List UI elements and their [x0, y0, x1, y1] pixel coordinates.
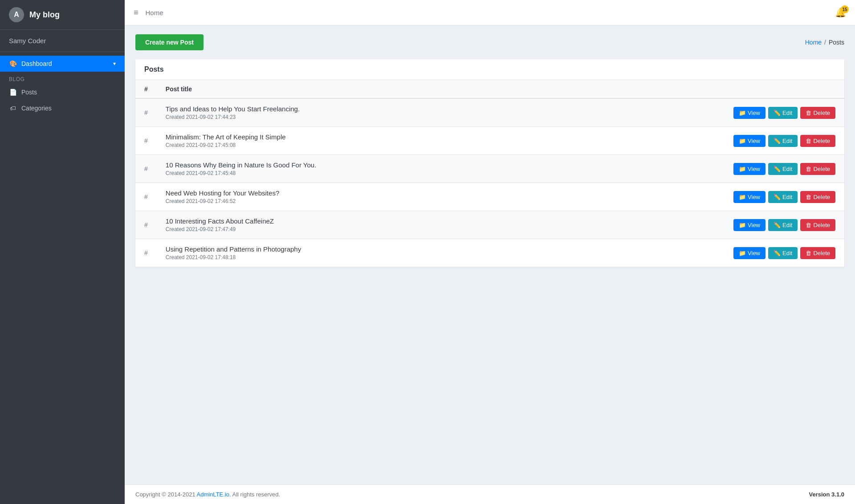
notification-badge: 15: [841, 5, 849, 13]
col-title: Post title: [157, 80, 559, 98]
nav-section-blog: Blog: [0, 72, 125, 84]
delete-label: Delete: [813, 110, 830, 116]
view-button[interactable]: 📁 View: [733, 247, 765, 259]
delete-label: Delete: [813, 194, 830, 200]
sidebar-item-categories[interactable]: 🏷 Categories: [0, 100, 125, 116]
post-date: Created 2021-09-02 17:45:48: [166, 170, 550, 176]
post-date: Created 2021-09-02 17:47:49: [166, 226, 550, 232]
edit-label: Edit: [782, 166, 792, 172]
edit-label: Edit: [782, 110, 792, 116]
posts-table: # Post title # Tips and Ideas to Help Yo…: [135, 80, 844, 267]
footer: Copyright © 2014-2021 AdminLTE.io. All r…: [125, 484, 855, 504]
create-post-button[interactable]: Create new Post: [135, 34, 204, 50]
pencil-icon: ✏️: [774, 222, 781, 228]
trash-icon: 🗑: [806, 138, 811, 144]
folder-icon: 📁: [739, 250, 746, 256]
footer-version: Version 3.1.0: [809, 491, 845, 498]
view-button[interactable]: 📁 View: [733, 107, 765, 119]
post-actions-cell: 📁 View ✏️ Edit 🗑 Delete: [559, 127, 844, 155]
delete-button[interactable]: 🗑 Delete: [800, 107, 835, 119]
brand-title: My blog: [29, 10, 60, 20]
navbar-right: 🔔 15: [835, 7, 846, 18]
post-actions-cell: 📁 View ✏️ Edit 🗑 Delete: [559, 211, 844, 239]
breadcrumb-current: Posts: [829, 39, 844, 46]
trash-icon: 🗑: [806, 194, 811, 200]
edit-button[interactable]: ✏️ Edit: [768, 219, 798, 231]
post-actions-cell: 📁 View ✏️ Edit 🗑 Delete: [559, 183, 844, 211]
col-number: #: [135, 80, 157, 98]
delete-label: Delete: [813, 222, 830, 228]
posts-card: Posts # Post title # Tips and Ideas to H…: [135, 59, 844, 267]
delete-button[interactable]: 🗑 Delete: [800, 163, 835, 175]
sidebar-item-posts[interactable]: 📄 Posts: [0, 84, 125, 100]
pencil-icon: ✏️: [774, 250, 781, 256]
post-info: Need Web Hosting for Your Websites? Crea…: [157, 183, 559, 211]
pencil-icon: ✏️: [774, 138, 781, 144]
table-row: # 10 Interesting Facts About CaffeineZ C…: [135, 211, 844, 239]
post-number: #: [135, 239, 157, 267]
delete-button[interactable]: 🗑 Delete: [800, 191, 835, 203]
folder-icon: 📁: [739, 222, 746, 228]
delete-button[interactable]: 🗑 Delete: [800, 135, 835, 147]
folder-icon: 📁: [739, 138, 746, 144]
chevron-down-icon: ▾: [113, 61, 116, 67]
hamburger-icon[interactable]: ≡: [134, 8, 138, 17]
view-button[interactable]: 📁 View: [733, 163, 765, 175]
edit-button[interactable]: ✏️ Edit: [768, 191, 798, 203]
post-date: Created 2021-09-02 17:48:18: [166, 254, 550, 260]
edit-button[interactable]: ✏️ Edit: [768, 163, 798, 175]
folder-icon: 📁: [739, 166, 746, 172]
card-header: Posts: [135, 59, 844, 80]
footer-link[interactable]: AdminLTE.io.: [197, 491, 231, 498]
brand-logo: A: [9, 7, 24, 22]
breadcrumb: Home / Posts: [805, 39, 844, 46]
main-wrapper: ≡ Home 🔔 15 Create new Post Home /: [125, 0, 855, 504]
post-title: Need Web Hosting for Your Websites?: [166, 189, 550, 197]
notification-button[interactable]: 🔔 15: [835, 7, 846, 18]
view-label: View: [748, 250, 760, 256]
edit-label: Edit: [782, 222, 792, 228]
view-button[interactable]: 📁 View: [733, 191, 765, 203]
table-row: # Using Repetition and Patterns in Photo…: [135, 239, 844, 267]
edit-label: Edit: [782, 194, 792, 200]
delete-button[interactable]: 🗑 Delete: [800, 247, 835, 259]
post-date: Created 2021-09-02 17:44:23: [166, 114, 550, 120]
delete-label: Delete: [813, 138, 830, 144]
edit-label: Edit: [782, 250, 792, 256]
view-label: View: [748, 194, 760, 200]
edit-button[interactable]: ✏️ Edit: [768, 107, 798, 119]
footer-copyright: Copyright © 2014-2021 AdminLTE.io. All r…: [135, 491, 280, 498]
sidebar-item-label: Categories: [21, 105, 116, 112]
view-label: View: [748, 222, 760, 228]
trash-icon: 🗑: [806, 110, 811, 116]
delete-label: Delete: [813, 250, 830, 256]
post-title: Tips and Ideas to Help You Start Freelan…: [166, 105, 550, 113]
post-number: #: [135, 127, 157, 155]
table-row: # Tips and Ideas to Help You Start Freel…: [135, 98, 844, 127]
file-icon: 📄: [9, 89, 17, 96]
sidebar-brand: A My blog: [0, 0, 125, 30]
table-row: # 10 Reasons Why Being in Nature Is Good…: [135, 155, 844, 183]
post-info: 10 Reasons Why Being in Nature Is Good F…: [157, 155, 559, 183]
view-button[interactable]: 📁 View: [733, 135, 765, 147]
edit-button[interactable]: ✏️ Edit: [768, 247, 798, 259]
view-button[interactable]: 📁 View: [733, 219, 765, 231]
breadcrumb-home[interactable]: Home: [805, 39, 822, 46]
post-number: #: [135, 183, 157, 211]
table-row: # Minimalism: The Art of Keeping It Simp…: [135, 127, 844, 155]
sidebar: A My blog Samy Coder 🎨 Dashboard ▾ Blog …: [0, 0, 125, 504]
navbar-home-label: Home: [146, 9, 163, 16]
post-actions-cell: 📁 View ✏️ Edit 🗑 Delete: [559, 155, 844, 183]
post-title: Minimalism: The Art of Keeping It Simple: [166, 133, 550, 141]
folder-icon: 📁: [739, 194, 746, 200]
edit-button[interactable]: ✏️ Edit: [768, 135, 798, 147]
create-post-label: Create new Post: [145, 39, 194, 46]
post-title: 10 Reasons Why Being in Nature Is Good F…: [166, 161, 550, 169]
view-label: View: [748, 166, 760, 172]
sidebar-item-dashboard[interactable]: 🎨 Dashboard ▾: [0, 56, 125, 72]
dashboard-icon: 🎨: [9, 60, 17, 67]
sidebar-item-label: Posts: [21, 89, 116, 96]
content-wrapper: Create new Post Home / Posts Posts # Pos…: [125, 25, 855, 484]
trash-icon: 🗑: [806, 250, 811, 256]
delete-button[interactable]: 🗑 Delete: [800, 219, 835, 231]
